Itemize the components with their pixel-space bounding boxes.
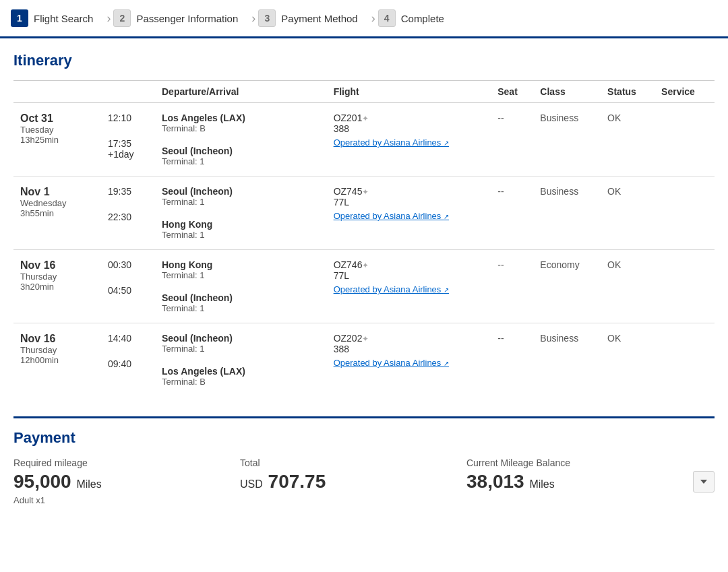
date-duration-2: 3h20min: [20, 282, 94, 292]
step-1[interactable]: 1 Flight Search: [11, 7, 104, 30]
arr-terminal-0: Terminal: 1: [162, 156, 320, 166]
arr-time-0: 17:35 +1day: [108, 138, 148, 160]
total-currency: USD: [240, 478, 263, 490]
date-day-2: Nov 16: [20, 259, 94, 272]
step-number-2: 2: [113, 9, 131, 27]
flight-model-0: 388: [334, 123, 485, 134]
status-0: OK: [601, 103, 655, 177]
step-3[interactable]: 3 Payment Method: [258, 7, 368, 30]
class-0: Business: [533, 103, 601, 177]
payment-mileage-col: Required mileage 95,000 Miles Adult x1: [13, 457, 240, 505]
svg-marker-0: [700, 480, 707, 484]
step-label-1: Flight Search: [34, 13, 93, 24]
balance-number: 38,013: [466, 471, 524, 492]
service-3: [655, 323, 715, 397]
main-content: Itinerary Departure/Arrival Flight Seat …: [0, 38, 728, 519]
dep-arr-times-3: 14:40 09:40: [101, 323, 155, 397]
seat-2: --: [491, 250, 533, 323]
payment-grid: Required mileage 95,000 Miles Adult x1 T…: [13, 457, 715, 505]
date-duration-1: 3h55min: [20, 208, 94, 218]
flight-date-1: Nov 1 Wednesday 3h55min: [13, 177, 101, 250]
col-dep-arr: [101, 81, 155, 103]
col-flight: Flight: [327, 81, 491, 103]
col-service: Service: [655, 81, 715, 103]
total-number: 707.75: [268, 471, 326, 492]
col-date: [13, 81, 101, 103]
table-row: Nov 16 Thursday 3h20min 00:30 04:50 Hong…: [13, 250, 715, 323]
adult-info: Adult x1: [13, 495, 240, 505]
external-link-icon-2: ↗: [444, 286, 449, 294]
total-value: USD 707.75: [240, 471, 466, 492]
flight-number-3: OZ202✦: [334, 333, 485, 344]
status-2: OK: [601, 250, 655, 323]
dep-arr-times-1: 19:35 22:30: [101, 177, 155, 250]
airline-link-2[interactable]: Operated by Asiana Airlines ↗: [334, 284, 449, 294]
arr-time-1: 22:30: [108, 212, 148, 222]
airline-link-3[interactable]: Operated by Asiana Airlines ↗: [334, 358, 449, 368]
flight-info-0: OZ201✦ 388 Operated by Asiana Airlines ↗: [327, 103, 491, 177]
step-separator-2: ›: [251, 11, 255, 26]
required-mileage-value: 95,000 Miles: [13, 471, 240, 492]
balance-unit: Miles: [529, 478, 554, 490]
airline-link-1[interactable]: Operated by Asiana Airlines ↗: [334, 211, 449, 221]
dep-terminal-0: Terminal: B: [162, 123, 320, 133]
arr-location-1: Hong Kong: [162, 219, 320, 230]
star-icon-1: ✦: [362, 187, 369, 197]
flight-date-2: Nov 16 Thursday 3h20min: [13, 250, 101, 323]
flight-info-3: OZ202✦ 388 Operated by Asiana Airlines ↗: [327, 323, 491, 397]
flight-number-1: OZ745✦: [334, 186, 485, 197]
payment-dropdown-col: [693, 457, 715, 492]
service-1: [655, 177, 715, 250]
dep-time-3: 14:40: [108, 333, 148, 344]
external-link-icon-3: ↗: [444, 360, 449, 367]
flight-number-2: OZ746✦: [334, 259, 485, 270]
seat-3: --: [491, 323, 533, 397]
dep-location-1: Seoul (Incheon): [162, 186, 320, 197]
arr-location-3: Los Angeles (LAX): [162, 366, 320, 377]
dep-location-2: Hong Kong: [162, 259, 320, 270]
date-duration-0: 13h25min: [20, 135, 94, 145]
step-4[interactable]: 4 Complete: [378, 7, 455, 30]
airline-link-0[interactable]: Operated by Asiana Airlines ↗: [334, 137, 449, 148]
arr-time-3: 09:40: [108, 358, 148, 369]
date-duration-3: 12h00min: [20, 355, 94, 365]
service-0: [655, 103, 715, 177]
dropdown-button[interactable]: [693, 471, 715, 492]
table-row: Nov 16 Thursday 12h00min 14:40 09:40 Seo…: [13, 323, 715, 397]
table-row: Nov 1 Wednesday 3h55min 19:35 22:30 Seou…: [13, 177, 715, 250]
step-separator-3: ›: [371, 11, 375, 26]
col-class: Class: [533, 81, 601, 103]
date-weekday-0: Tuesday: [20, 125, 94, 135]
balance-value: 38,013 Miles: [466, 471, 693, 492]
locations-3: Seoul (Incheon) Terminal: 1 Los Angeles …: [155, 323, 327, 397]
arr-terminal-1: Terminal: 1: [162, 230, 320, 240]
date-day-0: Oct 31: [20, 113, 94, 125]
status-3: OK: [601, 323, 655, 397]
payment-balance-col: Current Mileage Balance 38,013 Miles: [466, 457, 693, 492]
locations-0: Los Angeles (LAX) Terminal: B Seoul (Inc…: [155, 103, 327, 177]
dep-time-0: 12:10: [108, 113, 148, 123]
itinerary-table: Departure/Arrival Flight Seat Class Stat…: [13, 80, 715, 396]
date-weekday-2: Thursday: [20, 272, 94, 282]
arr-terminal-3: Terminal: B: [162, 377, 320, 387]
step-2[interactable]: 2 Passenger Information: [113, 7, 249, 30]
dep-terminal-2: Terminal: 1: [162, 270, 320, 280]
dep-time-1: 19:35: [108, 186, 148, 197]
required-mileage-label: Required mileage: [13, 457, 240, 468]
status-1: OK: [601, 177, 655, 250]
seat-0: --: [491, 103, 533, 177]
col-location: Departure/Arrival: [155, 81, 327, 103]
flight-model-3: 388: [334, 344, 485, 354]
flight-info-2: OZ746✦ 77L Operated by Asiana Airlines ↗: [327, 250, 491, 323]
step-number-3: 3: [258, 9, 276, 27]
balance-label: Current Mileage Balance: [466, 457, 693, 468]
flight-model-1: 77L: [334, 197, 485, 208]
flight-number-0: OZ201✦: [334, 113, 485, 123]
col-seat: Seat: [491, 81, 533, 103]
dep-location-0: Los Angeles (LAX): [162, 113, 320, 123]
date-weekday-1: Wednesday: [20, 198, 94, 208]
external-link-icon-1: ↗: [444, 213, 449, 220]
stepper: 1 Flight Search › 2 Passenger Informatio…: [0, 0, 728, 38]
flight-date-0: Oct 31 Tuesday 13h25min: [13, 103, 101, 177]
date-day-1: Nov 1: [20, 186, 94, 198]
